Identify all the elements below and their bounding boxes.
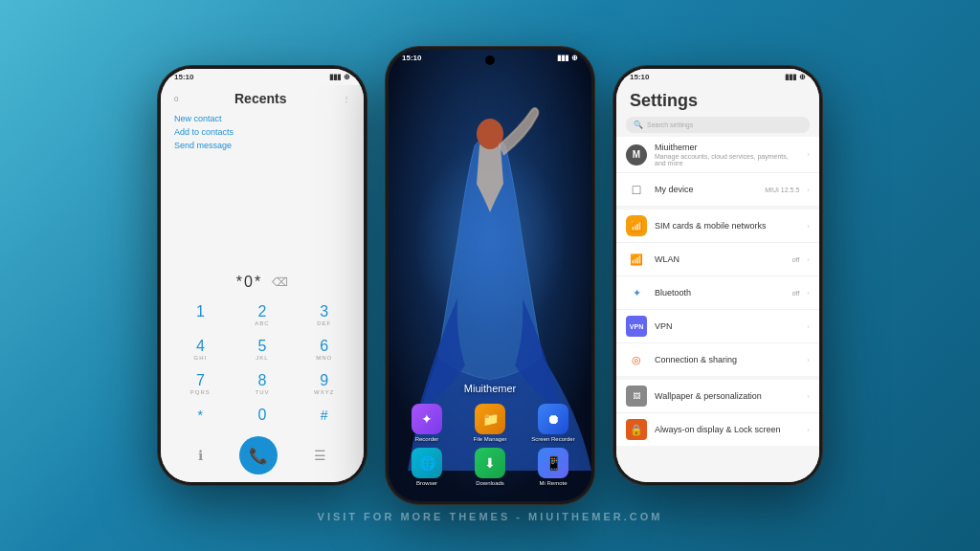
dialer-number: *0* [236,274,262,291]
dial-key-hash[interactable]: # [294,402,354,429]
settings-title: Settings [616,85,819,115]
settings-item-wallpaper[interactable]: 🖼 Wallpaper & personalization › [616,380,819,413]
dial-pad: 1 2ABC 3DEF 4GHI 5JKL 6MNO 7PQRS 8TUV 9W… [161,298,364,429]
dialer-header: 0 Recents ⋮ [161,85,364,110]
connection-icon: ◎ [626,349,647,370]
dial-key-9[interactable]: 9WXYZ [294,367,354,400]
settings-item-wlan[interactable]: 📶 WLAN off › [616,243,819,276]
settings-section-network: 📶 SIM cards & mobile networks › 📶 WLAN o… [616,209,819,376]
files-label: File Manager [473,436,506,442]
backspace-button[interactable]: ⌫ [272,276,288,289]
home-content: 15:10 ▮▮▮ ⊕ Miuithemer ✦ Recorder 📁 F [389,50,591,501]
status-icons-left: ▮▮▮ ⊕ [329,73,350,81]
dialer-menu[interactable]: ⋮ [343,95,350,103]
device-chevron-icon: › [807,186,810,194]
account-text: Miuithemer Manage accounts, cloud servic… [655,143,799,166]
dial-key-6[interactable]: 6MNO [294,333,354,365]
dialer-bottom: ℹ 📞 ☰ [161,429,364,482]
phone-center: 15:10 ▮▮▮ ⊕ Miuithemer ✦ Recorder 📁 F [385,46,595,505]
dial-key-2[interactable]: 2ABC [233,298,293,331]
dial-key-7[interactable]: 7PQRS [170,367,231,400]
dial-key-5[interactable]: 5JKL [233,333,293,365]
dial-key-8[interactable]: 8TUV [233,367,293,400]
dial-key-3[interactable]: 3DEF [294,298,354,331]
lock-icon: 🔒 [626,419,647,440]
settings-item-lock[interactable]: 🔒 Always-on display & Lock screen › [616,413,819,446]
home-username: Miuithemer [389,383,591,400]
settings-item-device[interactable]: □ My device MIUI 12.5.5 › [616,173,819,206]
action-add-contact[interactable]: Add to contacts [174,127,350,137]
lock-chevron-icon: › [807,426,810,434]
status-time-left: 15:10 [174,73,193,81]
info-icon[interactable]: ℹ [198,448,203,463]
browser-label: Browser [416,480,437,486]
dialer-screen: 15:10 ▮▮▮ ⊕ 0 Recents ⋮ New contact Add … [161,69,364,482]
bluetooth-icon: ✦ [626,282,647,303]
settings-section-display: 🖼 Wallpaper & personalization › 🔒 Always… [616,380,819,446]
status-bar-left: 15:10 ▮▮▮ ⊕ [161,69,364,85]
downloads-label: Downloads [476,480,504,486]
account-name: Miuithemer [655,143,799,152]
search-placeholder: Search settings [647,121,693,128]
settings-section-account: M Miuithemer Manage accounts, cloud serv… [616,137,819,206]
wlan-name: WLAN [655,254,785,264]
device-name: My device [655,185,757,194]
remote-label: Mi Remote [539,480,567,486]
app-files[interactable]: 📁 File Manager [461,404,519,442]
dialer-input-area: *0* ⌫ [161,266,364,298]
action-send-message[interactable]: Send message [174,141,350,150]
phone-left: 15:10 ▮▮▮ ⊕ 0 Recents ⋮ New contact Add … [157,65,368,486]
app-downloads[interactable]: ⬇ Downloads [461,448,519,486]
app-screen-recorder[interactable]: ⏺ Screen Recorder [524,404,582,442]
phone-right: 15:10 ▮▮▮ ⊕ Settings 🔍 Search settings [612,65,823,486]
browser-icon: 🌐 [412,448,442,478]
bt-chevron-icon: › [807,289,810,298]
settings-item-account[interactable]: M Miuithemer Manage accounts, cloud serv… [616,137,819,173]
downloads-icon: ⬇ [475,448,505,478]
dial-key-star[interactable]: * [170,402,231,429]
settings-item-connection[interactable]: ◎ Connection & sharing › [616,343,819,376]
wallpaper-name: Wallpaper & personalization [655,391,799,401]
status-icons-center: ▮▮▮ ⊕ [557,54,578,62]
settings-list: M Miuithemer Manage accounts, cloud serv… [616,137,819,482]
more-icon[interactable]: ☰ [314,448,326,463]
punch-hole [485,55,495,65]
wallpaper-icon: 🖼 [626,386,647,407]
settings-search[interactable]: 🔍 Search settings [626,117,810,133]
phones-container: 15:10 ▮▮▮ ⊕ 0 Recents ⋮ New contact Add … [157,0,823,551]
sim-icon: 📶 [626,215,647,236]
bt-value: off [792,290,800,297]
dial-key-4[interactable]: 4GHI [170,333,231,365]
settings-item-sim[interactable]: 📶 SIM cards & mobile networks › [616,209,819,243]
wlan-value: off [792,256,800,263]
app-recorder[interactable]: ✦ Recorder [398,404,456,442]
bt-name: Bluetooth [655,288,785,298]
action-new-contact[interactable]: New contact [174,114,350,123]
search-icon: 🔍 [634,121,643,129]
recorder-icon: ✦ [412,404,442,434]
vpn-icon: VPN [626,316,647,337]
conn-chevron-icon: › [807,356,810,364]
lock-name: Always-on display & Lock screen [655,425,799,434]
status-time-right: 15:10 [630,73,649,81]
dial-key-1[interactable]: 1 [170,298,231,331]
device-icon: □ [626,179,647,200]
dialer-actions: New contact Add to contacts Send message [161,110,364,158]
wifi-icon: 📶 [626,249,647,270]
watermark-text: VISIT FOR MORE THEMES - MIUITHEMER.COM [318,511,663,522]
screen-label: Screen Recorder [531,436,574,442]
call-button[interactable]: 📞 [239,436,278,474]
dialer-title: Recents [178,91,343,106]
vpn-chevron-icon: › [807,322,810,331]
app-remote[interactable]: 📱 Mi Remote [524,448,582,486]
screen-recorder-icon: ⏺ [538,404,568,434]
status-icons-right: ▮▮▮ ⊕ [785,73,806,81]
settings-item-vpn[interactable]: VPN VPN › [616,310,819,343]
app-browser[interactable]: 🌐 Browser [398,448,456,486]
account-sub: Manage accounts, cloud services, payment… [655,153,799,166]
settings-item-bluetooth[interactable]: ✦ Bluetooth off › [616,276,819,310]
dial-key-0[interactable]: 0 [233,402,293,429]
account-chevron-icon: › [807,150,810,159]
files-icon: 📁 [475,404,505,434]
vpn-name: VPN [655,321,799,331]
